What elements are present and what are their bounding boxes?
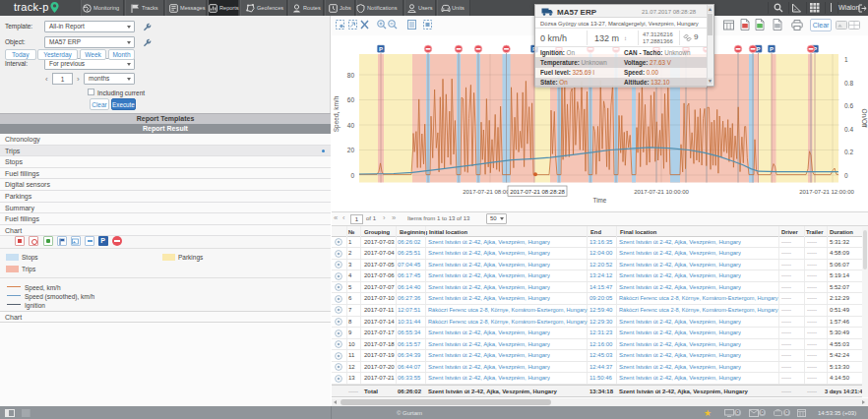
svg-text:0: 0 (844, 172, 848, 179)
svg-text:0.4: 0.4 (844, 126, 853, 133)
svg-text:Time: Time (593, 197, 607, 204)
svg-text:0.2: 0.2 (844, 149, 853, 155)
svg-text:40: 40 (347, 122, 355, 129)
svg-text:P: P (379, 46, 383, 52)
svg-text:0: 0 (350, 172, 354, 179)
svg-text:0.8: 0.8 (844, 80, 853, 87)
svg-text:20: 20 (347, 147, 355, 153)
svg-text:2017-07-21 12:00:00: 2017-07-21 12:00:00 (799, 189, 854, 195)
svg-text:0.6: 0.6 (844, 102, 853, 109)
svg-text:Speed, km/h: Speed, km/h (333, 95, 341, 132)
svg-text:2017-07-21 08:28:28: 2017-07-21 08:28:28 (510, 189, 565, 195)
svg-text:60: 60 (347, 96, 355, 103)
svg-text:P: P (770, 46, 774, 52)
svg-text:80: 80 (347, 72, 355, 79)
svg-text:2017-07-21 10:00:00: 2017-07-21 10:00:00 (634, 189, 689, 195)
svg-text:On/Off: On/Off (861, 108, 868, 127)
svg-text:1: 1 (844, 56, 848, 63)
